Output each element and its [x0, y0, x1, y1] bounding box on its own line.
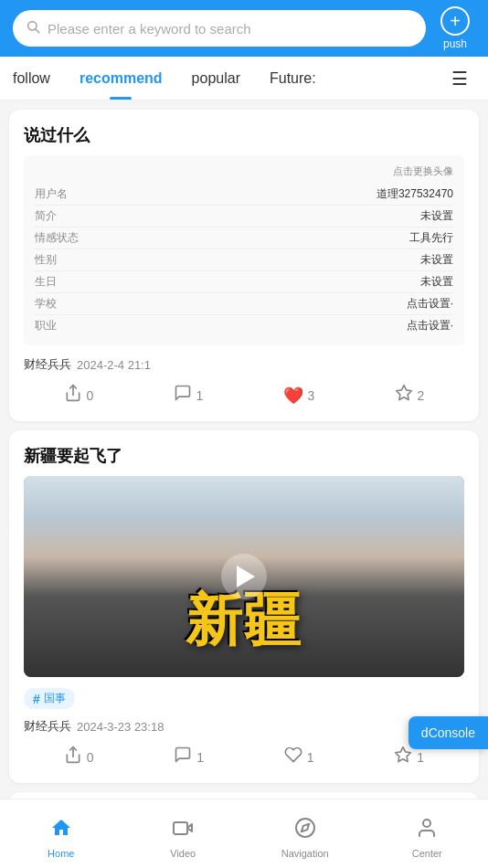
card-1-actions: 0 1 ❤️ 3 2 — [24, 384, 464, 407]
video-icon — [172, 817, 194, 844]
svg-rect-6 — [174, 822, 187, 834]
like-button-2[interactable]: 1 — [284, 746, 314, 768]
search-placeholder: Please enter a keyword to search — [48, 21, 251, 37]
table-row: 情感状态 工具先行 — [35, 228, 453, 249]
search-bar[interactable]: Please enter a keyword to search — [13, 10, 426, 47]
navigation-label: Navigation — [281, 848, 329, 859]
home-icon — [50, 817, 72, 844]
table-row: 学校 点击设置· — [35, 293, 453, 315]
like-count-2: 1 — [307, 750, 314, 765]
bottom-nav: Home Video Navigation Center — [0, 799, 488, 868]
star-count: 2 — [418, 388, 425, 403]
card-2-author: 财经兵兵 — [24, 718, 71, 735]
table-row: 职业 点击设置· — [35, 315, 453, 336]
card-2-date: 2024-3-23 23:18 — [77, 720, 164, 734]
tab-future[interactable]: Future: — [255, 57, 331, 100]
center-label: Center — [412, 848, 442, 859]
share-count: 0 — [87, 388, 94, 403]
tab-recommend[interactable]: recommend — [65, 57, 177, 100]
push-icon: + — [440, 6, 470, 36]
tab-follow[interactable]: follow — [13, 57, 65, 100]
share-icon-2 — [64, 746, 82, 768]
dconsole-button[interactable]: dConsole — [408, 716, 488, 749]
play-triangle-icon — [237, 566, 255, 587]
push-button[interactable]: + push — [435, 6, 475, 50]
tag-label: 国事 — [44, 691, 66, 706]
card-2-tags: # 国事 — [24, 688, 464, 709]
bottom-nav-navigation[interactable]: Navigation — [244, 799, 366, 868]
svg-point-10 — [423, 820, 430, 827]
svg-marker-5 — [396, 747, 411, 762]
bottom-nav-home[interactable]: Home — [0, 799, 122, 868]
tag-guoshi[interactable]: # 国事 — [24, 688, 75, 709]
bottom-nav-center[interactable]: Center — [366, 799, 489, 868]
card-2-video[interactable]: 新疆 — [24, 476, 464, 677]
svg-point-8 — [296, 819, 314, 837]
nav-more-icon[interactable]: ☰ — [444, 64, 475, 93]
card-1-meta: 财经兵兵 2024-2-4 21:1 — [24, 356, 464, 373]
nav-tabs: follow recommend popular Future: ☰ — [0, 57, 488, 101]
comment-icon-2 — [174, 746, 192, 768]
table-note: 点击更换头像 — [35, 164, 453, 178]
center-icon — [416, 817, 438, 844]
feed: 说过什么 点击更换头像 用户名 道理327532470 简介 未设置 情感状态 … — [0, 101, 488, 868]
table-row: 生日 未设置 — [35, 271, 453, 293]
table-row: 简介 未设置 — [35, 206, 453, 228]
svg-marker-9 — [302, 823, 309, 831]
card-1-date: 2024-2-4 21:1 — [77, 358, 151, 372]
tag-hash-icon: # — [33, 692, 40, 706]
tab-popular[interactable]: popular — [177, 57, 255, 100]
comment-count-2: 1 — [196, 750, 204, 765]
home-label: Home — [48, 848, 74, 859]
share-button[interactable]: 0 — [64, 384, 94, 407]
svg-marker-3 — [396, 386, 411, 400]
card-2-actions: 0 1 1 — [24, 746, 464, 768]
card-2-meta: 财经兵兵 2024-3-23 23:18 — [24, 718, 464, 735]
header: Please enter a keyword to search + push — [0, 0, 488, 57]
svg-line-1 — [36, 29, 39, 33]
like-icon-2 — [284, 746, 302, 768]
share-button-2[interactable]: 0 — [64, 746, 94, 768]
star-count-2: 1 — [417, 750, 424, 765]
play-button[interactable] — [221, 554, 267, 599]
card-1-author: 财经兵兵 — [24, 356, 71, 373]
star-icon-2 — [394, 746, 412, 768]
table-row: 性别 未设置 — [35, 249, 453, 271]
share-count-2: 0 — [87, 750, 94, 765]
star-button[interactable]: 2 — [395, 384, 425, 407]
star-icon — [395, 384, 413, 407]
push-label: push — [443, 37, 467, 50]
comment-icon — [174, 384, 192, 407]
navigation-icon — [294, 817, 316, 844]
bottom-nav-video[interactable]: Video — [122, 799, 245, 868]
comment-button[interactable]: 1 — [174, 384, 204, 407]
search-icon — [26, 19, 40, 37]
card-1-table: 点击更换头像 用户名 道理327532470 简介 未设置 情感状态 工具先行 … — [24, 155, 464, 345]
comment-count: 1 — [196, 388, 204, 403]
share-icon — [64, 384, 82, 407]
like-button[interactable]: ❤️ 3 — [283, 386, 315, 406]
card-1: 说过什么 点击更换头像 用户名 道理327532470 简介 未设置 情感状态 … — [9, 110, 479, 421]
table-row: 用户名 道理327532470 — [35, 184, 453, 206]
card-2-title: 新疆要起飞了 — [24, 445, 464, 467]
like-icon: ❤️ — [283, 386, 303, 406]
card-1-title: 说过什么 — [24, 124, 464, 146]
video-label: Video — [170, 848, 196, 859]
like-count: 3 — [308, 388, 315, 403]
comment-button-2[interactable]: 1 — [174, 746, 204, 768]
